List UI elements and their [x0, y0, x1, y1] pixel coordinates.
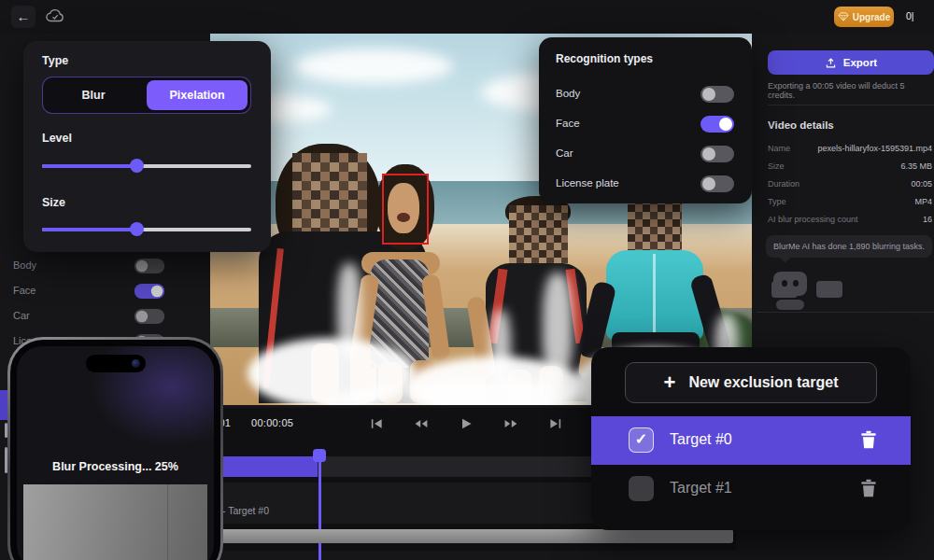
detail-row-type: Type MP4	[768, 197, 934, 210]
target1-checkbox[interactable]	[629, 476, 654, 501]
dynamic-island	[86, 355, 146, 372]
size-slider[interactable]	[42, 222, 251, 235]
license-plate-toggle[interactable]	[700, 175, 734, 192]
target0-label: Target #0	[670, 431, 732, 448]
body-toggle[interactable]	[700, 86, 734, 103]
phone-camera	[132, 359, 140, 368]
upgrade-label: Upgrade	[853, 12, 891, 22]
cloud-sync-icon[interactable]	[45, 7, 65, 23]
divider	[768, 105, 934, 105]
robot-icon	[770, 269, 811, 312]
level-slider-thumb[interactable]	[130, 159, 144, 173]
detail-value: 00:05	[911, 179, 932, 189]
sidebar-item-face: Face	[0, 283, 210, 301]
recognition-types-panel: Recognition types Body Face Car License …	[539, 37, 752, 203]
skip-end-icon[interactable]	[546, 412, 565, 436]
type-title: Type	[42, 54, 68, 67]
person3-pixelated-face[interactable]	[509, 205, 568, 263]
blur-option[interactable]: Blur	[43, 77, 144, 113]
blur-type-segmented-control: Blur Pixelation	[42, 77, 251, 114]
detail-value: 6.35 MB	[900, 161, 932, 171]
level-label: Level	[42, 132, 72, 145]
divider	[757, 312, 934, 313]
blurme-app: ← Upgrade 0|	[0, 0, 934, 560]
size-slider-thumb[interactable]	[130, 222, 144, 236]
upgrade-button[interactable]: Upgrade	[834, 7, 894, 27]
target-row-1[interactable]: Target #1	[591, 465, 911, 513]
detail-value: pexels-hillaryfox-1595391.mp4	[817, 144, 932, 153]
face-label: Face	[556, 118, 580, 129]
top-bar: ← Upgrade 0|	[0, 0, 934, 34]
target0-checkbox[interactable]: ✓	[629, 427, 654, 453]
total-time: 00:00:05	[251, 417, 293, 428]
target1-label: Target #1	[670, 480, 732, 497]
sidebar-item-body: Body	[0, 258, 210, 276]
detail-label: Name	[768, 144, 790, 153]
export-button[interactable]: Export	[768, 50, 934, 75]
detail-row-size: Size 6.35 MB	[768, 161, 934, 175]
new-target-label: New exclusion target	[688, 374, 838, 391]
body-toggle[interactable]	[134, 259, 164, 273]
detail-label: Duration	[768, 179, 800, 189]
bot-message-bubble: BlurMe AI has done 1,890 blurring tasks.	[766, 235, 932, 258]
face-toggle[interactable]	[134, 284, 164, 299]
playhead-line[interactable]	[318, 451, 321, 560]
sidebar-item-car: Car	[0, 308, 210, 327]
pixelation-option[interactable]: Pixelation	[147, 80, 248, 110]
back-icon[interactable]: ←	[11, 6, 35, 28]
plus-icon: +	[664, 373, 676, 392]
upload-icon	[825, 57, 837, 69]
trash-icon[interactable]	[860, 430, 877, 449]
exclusion-targets-panel: + New exclusion target ✓ Target #0 Targe…	[591, 347, 911, 530]
car-toggle[interactable]	[700, 146, 734, 162]
blur-settings-panel: Type Blur Pixelation Level Size	[23, 41, 271, 252]
body-label: Body	[13, 259, 36, 271]
detail-value: MP4	[914, 197, 932, 206]
license-plate-label: License plate	[556, 177, 619, 189]
blur-processing-status: Blur Processing... 25%	[17, 460, 214, 473]
detail-label: Type	[768, 197, 786, 206]
detail-label: AI blur processing count	[768, 215, 858, 224]
cloud-shape	[294, 49, 453, 84]
car-toggle[interactable]	[134, 309, 164, 324]
trash-icon[interactable]	[860, 479, 877, 497]
video-details-title: Video details	[768, 119, 834, 131]
export-note: Exporting a 00:05 video will deduct 5 cr…	[768, 81, 934, 100]
face-label: Face	[13, 285, 35, 296]
recognition-row-face: Face	[539, 116, 752, 134]
recognition-title: Recognition types	[556, 52, 653, 65]
face-detection-box[interactable]	[382, 174, 429, 245]
car-label: Car	[556, 147, 573, 159]
phone-video-placeholder	[23, 484, 207, 560]
credits-count[interactable]: 0|	[906, 10, 914, 21]
gem-icon	[838, 12, 849, 21]
phone-bezel: Blur Processing... 25%	[10, 340, 220, 560]
rewind-icon[interactable]	[412, 412, 431, 436]
target-row-0[interactable]: ✓ Target #0	[591, 416, 911, 465]
playhead-handle[interactable]	[313, 449, 326, 462]
transport-controls	[367, 412, 591, 436]
person4-zipper	[653, 254, 656, 336]
phone-screen: Blur Processing... 25%	[17, 346, 214, 560]
body-label: Body	[556, 88, 580, 99]
timeline-scrollbar[interactable]	[210, 529, 733, 543]
phone-side-button	[5, 447, 7, 473]
fast-forward-icon[interactable]	[502, 412, 520, 436]
timeline-progress	[210, 456, 318, 477]
detail-row-processing-count: AI blur processing count 16	[768, 215, 934, 228]
recognition-row-license-plate: License plate	[539, 175, 752, 194]
skip-start-icon[interactable]	[367, 412, 386, 436]
detail-row-duration: Duration 00:05	[768, 179, 934, 192]
phone-mockup: Blur Processing... 25%	[7, 337, 223, 560]
new-exclusion-target-button[interactable]: + New exclusion target	[625, 362, 877, 403]
size-label: Size	[42, 196, 65, 209]
car-label: Car	[13, 310, 30, 321]
play-icon[interactable]	[457, 412, 475, 436]
phone-side-button	[5, 423, 7, 438]
face-toggle[interactable]	[700, 116, 734, 133]
detail-value: 16	[923, 215, 932, 224]
recognition-row-body: Body	[539, 86, 752, 105]
detail-label: Size	[768, 161, 785, 171]
level-slider[interactable]	[42, 159, 251, 172]
recognition-row-car: Car	[539, 146, 752, 164]
